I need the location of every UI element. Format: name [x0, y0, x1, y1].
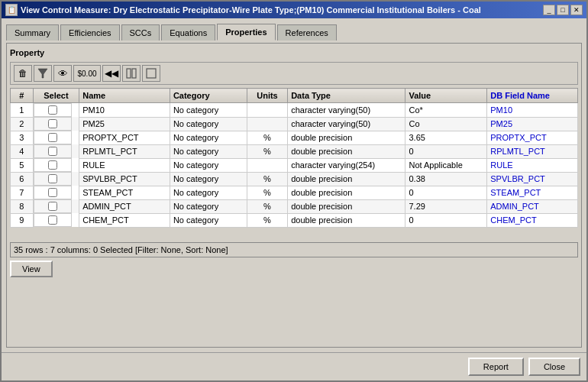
close-window-button[interactable]: ✕: [570, 5, 583, 15]
row-category: No category: [170, 103, 247, 118]
svg-rect-2: [132, 69, 136, 78]
row-name: SPVLBR_PCT: [79, 172, 170, 186]
row-name: CHEM_PCT: [79, 213, 170, 227]
table-row[interactable]: 5RULENo categorycharacter varying(254)No…: [11, 158, 578, 172]
format-button[interactable]: $0.00: [73, 65, 101, 82]
col-header-select: Select: [33, 89, 79, 103]
row-value: 0: [405, 186, 487, 199]
row-dbfield: CHEM_PCT: [487, 213, 578, 227]
row-checkbox[interactable]: [48, 160, 57, 170]
filter-button[interactable]: [34, 65, 52, 82]
row-units: %: [247, 186, 287, 199]
properties-table-container[interactable]: # Select Name Category Units Data Type V…: [10, 88, 578, 241]
row-checkbox[interactable]: [48, 174, 57, 183]
row-name: PROPTX_PCT: [79, 131, 170, 144]
row-select[interactable]: [34, 103, 72, 117]
row-dbfield: PM25: [487, 117, 578, 131]
row-datatype: character varying(254): [288, 158, 405, 172]
row-checkbox[interactable]: [48, 133, 57, 142]
table-row[interactable]: 2PM25No categorycharacter varying(50)CoP…: [11, 117, 578, 131]
row-select[interactable]: [34, 213, 72, 227]
table-row[interactable]: 3PROPTX_PCTNo category%double precision3…: [11, 131, 578, 144]
row-datatype: double precision: [288, 131, 405, 144]
col-header-value: Value: [405, 89, 487, 103]
tab-efficiencies[interactable]: Efficiencies: [60, 24, 119, 40]
tab-references[interactable]: References: [277, 24, 337, 40]
row-name: RPLMTL_PCT: [79, 144, 170, 158]
columns-button[interactable]: [122, 65, 141, 82]
tab-bar: Summary Efficiencies SCCs Equations Prop…: [6, 23, 582, 40]
row-category: No category: [170, 172, 247, 186]
status-bar: 35 rows : 7 columns: 0 Selected [Filter:…: [10, 242, 578, 257]
row-value: Not Applicable: [405, 158, 487, 172]
row-units: [247, 158, 287, 172]
row-checkbox[interactable]: [48, 188, 57, 197]
row-name: ADMIN_PCT: [79, 199, 170, 213]
row-select[interactable]: [34, 199, 72, 213]
restore-button[interactable]: □: [557, 5, 569, 15]
close-button[interactable]: Close: [528, 358, 580, 376]
row-num: 6: [11, 172, 34, 186]
row-datatype: character varying(50): [288, 103, 405, 118]
table-row[interactable]: 4RPLMTL_PCTNo category%double precision0…: [11, 144, 578, 158]
row-checkbox[interactable]: [48, 119, 57, 128]
row-value: 0.38: [405, 172, 487, 186]
tab-properties[interactable]: Properties: [217, 24, 275, 40]
bottom-bar: Report Close: [2, 352, 586, 380]
toolbar: 🗑 👁 $0.00 ◀◀: [10, 62, 578, 85]
row-datatype: double precision: [288, 144, 405, 158]
row-value: 0: [405, 213, 487, 227]
tab-equations[interactable]: Equations: [161, 24, 215, 40]
col-header-num: #: [11, 89, 34, 103]
row-select[interactable]: [34, 131, 72, 144]
row-category: No category: [170, 213, 247, 227]
row-checkbox[interactable]: [48, 105, 57, 115]
row-select[interactable]: [34, 172, 72, 186]
row-name: PM25: [79, 117, 170, 131]
col-header-units: Units: [247, 89, 287, 103]
row-datatype: double precision: [288, 172, 405, 186]
table-row[interactable]: 8ADMIN_PCTNo category%double precision7.…: [11, 199, 578, 213]
view-btn-area: View: [10, 257, 578, 280]
row-select[interactable]: [34, 144, 72, 158]
report-button[interactable]: Report: [468, 358, 524, 376]
row-checkbox[interactable]: [48, 215, 57, 225]
row-units: %: [247, 144, 287, 158]
row-dbfield: SPVLBR_PCT: [487, 172, 578, 186]
row-dbfield: RULE: [487, 158, 578, 172]
minimize-button[interactable]: _: [543, 5, 555, 15]
row-category: No category: [170, 117, 247, 131]
row-select[interactable]: [34, 117, 72, 131]
row-select[interactable]: [34, 158, 72, 172]
row-value: Co*: [405, 103, 487, 118]
col-header-category: Category: [170, 89, 247, 103]
table-row[interactable]: 7STEAM_PCTNo category%double precision0S…: [11, 186, 578, 199]
row-units: [247, 117, 287, 131]
col-header-dbfield: DB Field Name: [487, 89, 578, 103]
table-row[interactable]: 6SPVLBR_PCTNo category%double precision0…: [11, 172, 578, 186]
view-button[interactable]: View: [10, 261, 53, 277]
row-checkbox[interactable]: [48, 147, 57, 156]
row-category: No category: [170, 144, 247, 158]
row-dbfield: ADMIN_PCT: [487, 199, 578, 213]
row-checkbox[interactable]: [48, 202, 57, 211]
row-num: 8: [11, 199, 34, 213]
delete-button[interactable]: 🗑: [14, 65, 32, 82]
main-window: 📋 View Control Measure: Dry Electrostati…: [0, 0, 588, 382]
row-dbfield: PM10: [487, 103, 578, 118]
view-fields-button[interactable]: 👁: [53, 65, 72, 82]
row-category: No category: [170, 199, 247, 213]
row-category: No category: [170, 131, 247, 144]
col-header-name: Name: [79, 89, 170, 103]
row-units: %: [247, 131, 287, 144]
extra-button[interactable]: [142, 65, 160, 82]
panel-title: Property: [10, 47, 578, 59]
title-bar: 📋 View Control Measure: Dry Electrostati…: [2, 2, 586, 18]
row-select[interactable]: [34, 186, 72, 199]
tab-summary[interactable]: Summary: [6, 24, 59, 40]
table-row[interactable]: 1PM10No categorycharacter varying(50)Co*…: [11, 103, 578, 118]
tab-sccs[interactable]: SCCs: [121, 24, 160, 40]
table-row[interactable]: 9CHEM_PCTNo category%double precision0CH…: [11, 213, 578, 227]
first-button[interactable]: ◀◀: [102, 65, 121, 82]
row-units: [247, 103, 287, 118]
